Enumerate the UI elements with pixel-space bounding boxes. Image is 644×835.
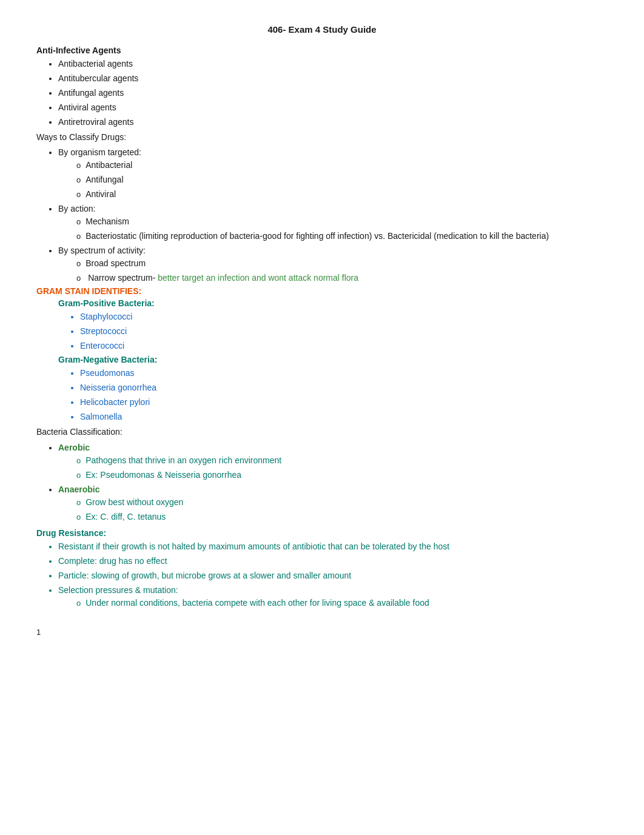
list-item: Antiviral [76, 188, 608, 201]
narrow-prefix: Narrow spectrum- [88, 273, 155, 283]
list-item: Antibacterial agents [58, 58, 608, 70]
anaerobic-item: Anaerobic Grow best without oxygen Ex: C… [58, 483, 608, 523]
resistance-item2: Complete: drug has no effect [58, 555, 608, 568]
list-item: Helicobacter pylori [80, 396, 608, 409]
drug-resistance-list: Resistant if their growth is not halted … [58, 540, 608, 609]
list-item: Antiretroviral agents [58, 116, 608, 129]
bacteriostatic-item: Bacteriostatic (limiting reproduction of… [76, 230, 608, 243]
bacteria-classification-heading: Bacteria Classification: [36, 425, 608, 438]
aerobic-item: Aerobic Pathogens that thrive in an oxyg… [58, 441, 608, 481]
anaerobic-sublist: Grow best without oxygen Ex: C. diff, C.… [76, 496, 608, 523]
spectrum-sublist: Broad spectrum Narrow spectrum- better t… [76, 257, 608, 284]
ways-to-classify-heading: Ways to Classify Drugs: [36, 130, 608, 144]
aerobic-sublist: Pathogens that thrive in an oxygen rich … [76, 454, 608, 481]
broad-spectrum-item: Broad spectrum [76, 257, 608, 270]
by-organism-label: By organism targeted: [58, 147, 141, 157]
anaerobic-sub2: Ex: C. diff, C. tetanus [76, 511, 608, 523]
mechanism-item: Mechanism [76, 215, 608, 228]
resistance-item1: Resistant if their growth is not halted … [58, 540, 608, 553]
page-number: 1 [36, 628, 608, 637]
list-item: Antibacterial [76, 159, 608, 172]
list-item: Antifungal agents [58, 87, 608, 99]
by-spectrum-label: By spectrum of activity: [58, 246, 146, 255]
list-item: Salmonella [80, 411, 608, 423]
organism-sublist: Antibacterial Antifungal Antiviral [76, 159, 608, 201]
by-action-label: By action: [58, 204, 95, 213]
resistance-item3: Particle: slowing of growth, but microbe… [58, 569, 608, 582]
gram-negative-label: Gram-Negative Bacteria: [58, 355, 608, 364]
bacteria-classification-list: Aerobic Pathogens that thrive in an oxyg… [58, 441, 608, 523]
drug-resistance-label: Drug Resistance: [36, 528, 106, 538]
list-item: Antitubercular agents [58, 72, 608, 85]
by-action-item: By action: Mechanism Bacteriostatic (lim… [58, 203, 608, 243]
gram-stain-section: Gram-Positive Bacteria: Staphylococci St… [58, 298, 608, 423]
by-organism-item: By organism targeted: Antibacterial Anti… [58, 146, 608, 201]
list-item: Neisseria gonorrhea [80, 381, 608, 394]
gram-negative-list: Pseudomonas Neisseria gonorrhea Helicoba… [80, 367, 608, 423]
narrow-highlight: better target an infection and wont atta… [155, 273, 358, 283]
list-item: Antiviral agents [58, 101, 608, 114]
selection-pressures-item: Selection pressures & mutation: Under no… [58, 584, 608, 609]
gram-stain-heading: GRAM STAIN IDENTIFIES: [36, 286, 608, 296]
gram-positive-list: Staphylococci Streptococci Enterococci [80, 310, 608, 352]
classify-list: By organism targeted: Antibacterial Anti… [58, 146, 608, 284]
bacteria-classification-label: Bacteria Classification: [36, 427, 122, 437]
selection-pressures-label: Selection pressures & mutation: [58, 585, 178, 595]
list-item: Pseudomonas [80, 367, 608, 380]
by-spectrum-item: By spectrum of activity: Broad spectrum … [58, 244, 608, 284]
page-title: 406- Exam 4 Study Guide [36, 24, 608, 35]
selection-sub1: Under normal conditions, bacteria compet… [76, 597, 608, 609]
anti-infective-list: Antibacterial agents Antitubercular agen… [58, 58, 608, 129]
anti-infective-heading: Anti-Infective Agents [36, 45, 608, 55]
aerobic-label: Aerobic [58, 443, 90, 452]
list-item: Streptococci [80, 325, 608, 338]
anaerobic-label: Anaerobic [58, 485, 99, 494]
anaerobic-sub1: Grow best without oxygen [76, 496, 608, 509]
list-item: Antifungal [76, 173, 608, 186]
gram-positive-label: Gram-Positive Bacteria: [58, 298, 608, 308]
list-item: Staphylococci [80, 310, 608, 323]
aerobic-sub1: Pathogens that thrive in an oxygen rich … [76, 454, 608, 467]
action-sublist: Mechanism Bacteriostatic (limiting repro… [76, 215, 608, 243]
list-item: Enterococci [80, 340, 608, 352]
aerobic-sub2: Ex: Pseudomonas & Neisseria gonorrhea [76, 469, 608, 481]
selection-pressures-sublist: Under normal conditions, bacteria compet… [76, 597, 608, 609]
narrow-spectrum-item: Narrow spectrum- better target an infect… [76, 272, 608, 284]
drug-resistance-heading: Drug Resistance: [36, 528, 608, 538]
